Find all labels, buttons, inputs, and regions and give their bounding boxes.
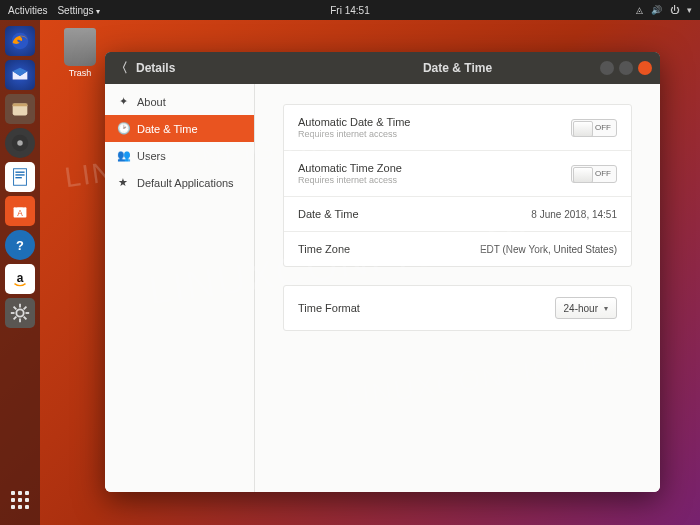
back-button[interactable]: 〈 xyxy=(115,59,128,77)
sidebar: ✦ About 🕑 Date & Time 👥 Users ★ Default … xyxy=(105,84,255,492)
trash-icon xyxy=(64,28,96,66)
minimize-button[interactable] xyxy=(600,61,614,75)
svg-line-20 xyxy=(24,317,27,320)
auto-datetime-toggle[interactable]: OFF xyxy=(571,119,617,137)
row-time-format: Time Format 24-hour xyxy=(284,286,631,330)
power-icon[interactable]: ⏻ xyxy=(670,5,679,15)
datetime-value: 8 June 2018, 14:51 xyxy=(531,209,617,220)
svg-rect-2 xyxy=(13,104,28,107)
section-title: Details xyxy=(136,61,175,75)
row-title: Automatic Time Zone xyxy=(298,162,571,174)
svg-line-21 xyxy=(14,317,17,320)
about-icon: ✦ xyxy=(117,95,129,108)
row-title: Automatic Date & Time xyxy=(298,116,571,128)
row-title: Time Zone xyxy=(298,243,480,255)
svg-point-4 xyxy=(17,140,23,146)
svg-rect-8 xyxy=(15,177,21,178)
show-applications-button[interactable] xyxy=(5,485,35,515)
dock-files[interactable] xyxy=(5,94,35,124)
star-icon: ★ xyxy=(117,176,129,189)
sidebar-item-label: Users xyxy=(137,150,166,162)
clock[interactable]: Fri 14:51 xyxy=(330,5,369,16)
sidebar-item-label: Date & Time xyxy=(137,123,198,135)
close-button[interactable] xyxy=(638,61,652,75)
app-menu[interactable]: Settings xyxy=(57,5,99,16)
content-area: Automatic Date & Time Requires internet … xyxy=(255,84,660,492)
row-subtitle: Requires internet access xyxy=(298,129,571,139)
row-title: Date & Time xyxy=(298,208,531,220)
clock-icon: 🕑 xyxy=(117,122,129,135)
desktop-trash[interactable]: Trash xyxy=(55,28,105,78)
row-auto-timezone[interactable]: Automatic Time Zone Requires internet ac… xyxy=(284,151,631,197)
dock-software[interactable]: A xyxy=(5,196,35,226)
dock: A ? a xyxy=(0,20,40,525)
dock-writer[interactable] xyxy=(5,162,35,192)
dock-help[interactable]: ? xyxy=(5,230,35,260)
system-menu-chevron-icon[interactable]: ▾ xyxy=(687,5,692,15)
row-datetime[interactable]: Date & Time 8 June 2018, 14:51 xyxy=(284,197,631,232)
window-title: Date & Time xyxy=(423,61,492,75)
row-title: Time Format xyxy=(298,302,555,314)
svg-line-22 xyxy=(24,307,27,310)
svg-rect-6 xyxy=(15,172,24,173)
dock-settings[interactable] xyxy=(5,298,35,328)
volume-icon[interactable]: 🔊 xyxy=(651,5,662,15)
network-icon[interactable]: ◬ xyxy=(636,5,643,15)
sidebar-item-default-apps[interactable]: ★ Default Applications xyxy=(105,169,254,196)
dock-thunderbird[interactable] xyxy=(5,60,35,90)
svg-line-19 xyxy=(14,307,17,310)
datetime-panel: Automatic Date & Time Requires internet … xyxy=(283,104,632,267)
svg-rect-7 xyxy=(15,174,24,175)
users-icon: 👥 xyxy=(117,149,129,162)
sidebar-item-label: Default Applications xyxy=(137,177,234,189)
auto-timezone-toggle[interactable]: OFF xyxy=(571,165,617,183)
time-format-combo[interactable]: 24-hour xyxy=(555,297,617,319)
dock-rhythmbox[interactable] xyxy=(5,128,35,158)
timezone-value: EDT (New York, United States) xyxy=(480,244,617,255)
trash-label: Trash xyxy=(55,68,105,78)
svg-text:a: a xyxy=(17,271,24,285)
row-subtitle: Requires internet access xyxy=(298,175,571,185)
sidebar-item-users[interactable]: 👥 Users xyxy=(105,142,254,169)
svg-text:A: A xyxy=(17,209,23,218)
top-panel: Activities Settings Fri 14:51 ◬ 🔊 ⏻ ▾ xyxy=(0,0,700,20)
dock-firefox[interactable] xyxy=(5,26,35,56)
sidebar-item-about[interactable]: ✦ About xyxy=(105,88,254,115)
row-timezone[interactable]: Time Zone EDT (New York, United States) xyxy=(284,232,631,266)
titlebar[interactable]: 〈 Details Date & Time xyxy=(105,52,660,84)
svg-text:?: ? xyxy=(16,238,24,253)
svg-point-14 xyxy=(16,309,23,316)
row-auto-datetime[interactable]: Automatic Date & Time Requires internet … xyxy=(284,105,631,151)
settings-window: 〈 Details Date & Time ✦ About 🕑 Date & T… xyxy=(105,52,660,492)
sidebar-item-date-time[interactable]: 🕑 Date & Time xyxy=(105,115,254,142)
activities-button[interactable]: Activities xyxy=(8,5,47,16)
dock-amazon[interactable]: a xyxy=(5,264,35,294)
sidebar-item-label: About xyxy=(137,96,166,108)
maximize-button[interactable] xyxy=(619,61,633,75)
format-panel: Time Format 24-hour xyxy=(283,285,632,331)
